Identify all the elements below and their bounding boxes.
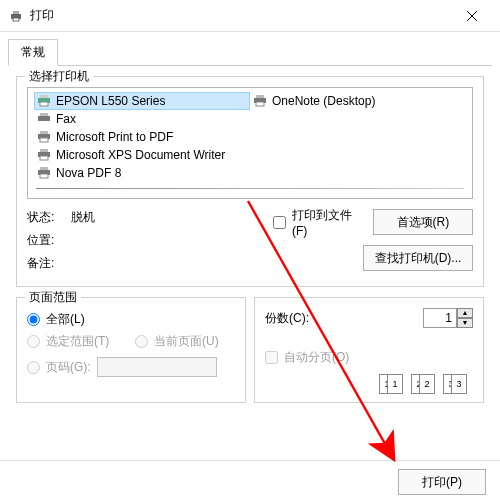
svg-rect-14 xyxy=(40,149,48,152)
printer-icon xyxy=(252,94,268,108)
radio-current-page-input xyxy=(135,335,148,348)
svg-rect-2 xyxy=(13,18,19,21)
printer-item-label: Nova PDF 8 xyxy=(56,166,121,180)
pages-input xyxy=(97,357,217,377)
legend-page-range: 页面范围 xyxy=(25,289,81,306)
collate-label: 自动分页(O) xyxy=(284,349,349,366)
group-page-range: 页面范围 全部(L) 选定范围(T) 当前页面(U) 页码(G): xyxy=(16,297,246,403)
printer-icon xyxy=(36,166,52,180)
comment-label: 备注: xyxy=(27,255,71,272)
printer-item[interactable]: OneNote (Desktop) xyxy=(250,92,466,110)
svg-rect-12 xyxy=(40,138,48,142)
svg-rect-9 xyxy=(40,113,48,116)
location-label: 位置: xyxy=(27,232,71,249)
radio-all-input[interactable] xyxy=(27,313,40,326)
radio-pages-label: 页码(G): xyxy=(46,359,91,376)
group-select-printer: 选择打印机 EPSON L550 Series Fax Microsoft Pr… xyxy=(16,76,484,287)
printer-icon xyxy=(36,130,52,144)
printer-item[interactable]: Microsoft XPS Document Writer xyxy=(34,146,250,164)
print-to-file-input[interactable] xyxy=(273,216,286,229)
printer-item-label: Microsoft XPS Document Writer xyxy=(56,148,225,162)
radio-pages: 页码(G): xyxy=(27,356,91,378)
status-label: 状态: xyxy=(27,209,71,226)
tab-general-label: 常规 xyxy=(21,45,45,59)
printer-item-label: Fax xyxy=(56,112,76,126)
svg-rect-17 xyxy=(40,167,48,170)
printer-item[interactable]: EPSON L550 Series xyxy=(34,92,250,110)
svg-rect-18 xyxy=(40,174,48,178)
printer-app-icon xyxy=(8,8,24,24)
radio-selection: 选定范围(T) xyxy=(27,330,127,352)
printer-item[interactable]: Nova PDF 8 xyxy=(34,164,250,182)
svg-rect-15 xyxy=(40,156,48,160)
print-to-file-checkbox[interactable]: 打印到文件(F) xyxy=(273,211,359,233)
printer-item-label: OneNote (Desktop) xyxy=(272,94,375,108)
copies-label: 份数(C): xyxy=(265,310,309,327)
svg-rect-21 xyxy=(256,102,264,106)
radio-current-page-label: 当前页面(U) xyxy=(154,333,219,350)
svg-rect-1 xyxy=(13,11,19,14)
find-printer-button[interactable]: 查找打印机(D)... xyxy=(363,245,473,271)
collate-preview: 11 22 33 xyxy=(265,374,473,394)
collate-input xyxy=(265,351,278,364)
collate-checkbox: 自动分页(O) xyxy=(265,346,473,368)
svg-rect-8 xyxy=(38,116,50,121)
printer-item[interactable]: Microsoft Print to PDF xyxy=(34,128,250,146)
group-copies: 份数(C): ▲ ▼ 自动分页(O) 11 22 xyxy=(254,297,484,403)
svg-rect-7 xyxy=(40,102,48,106)
radio-all[interactable]: 全部(L) xyxy=(27,308,235,330)
radio-pages-input xyxy=(27,361,40,374)
window-title: 打印 xyxy=(30,7,54,24)
print-to-file-label: 打印到文件(F) xyxy=(292,207,359,238)
preferences-button[interactable]: 首选项(R) xyxy=(373,209,473,235)
close-button[interactable] xyxy=(452,2,492,30)
svg-rect-11 xyxy=(40,131,48,134)
radio-all-label: 全部(L) xyxy=(46,311,85,328)
print-button[interactable]: 打印(P) xyxy=(398,469,486,495)
radio-selection-label: 选定范围(T) xyxy=(46,333,109,350)
copies-input[interactable] xyxy=(423,308,457,328)
copies-spin-up[interactable]: ▲ xyxy=(457,308,473,318)
status-value: 脱机 xyxy=(71,209,95,226)
copies-spin-down[interactable]: ▼ xyxy=(457,318,473,328)
printer-list[interactable]: EPSON L550 Series Fax Microsoft Print to… xyxy=(27,87,473,199)
printer-icon xyxy=(36,94,52,108)
printer-item-label: Microsoft Print to PDF xyxy=(56,130,173,144)
tab-general[interactable]: 常规 xyxy=(8,39,58,66)
printer-item-label: EPSON L550 Series xyxy=(56,94,165,108)
printer-icon xyxy=(36,112,52,126)
radio-selection-input xyxy=(27,335,40,348)
svg-rect-6 xyxy=(40,95,48,98)
printer-item[interactable]: Fax xyxy=(34,110,250,128)
legend-select-printer: 选择打印机 xyxy=(25,68,93,85)
svg-rect-20 xyxy=(256,95,264,98)
printer-icon xyxy=(36,148,52,162)
list-separator xyxy=(36,188,464,189)
radio-current-page: 当前页面(U) xyxy=(135,330,235,352)
